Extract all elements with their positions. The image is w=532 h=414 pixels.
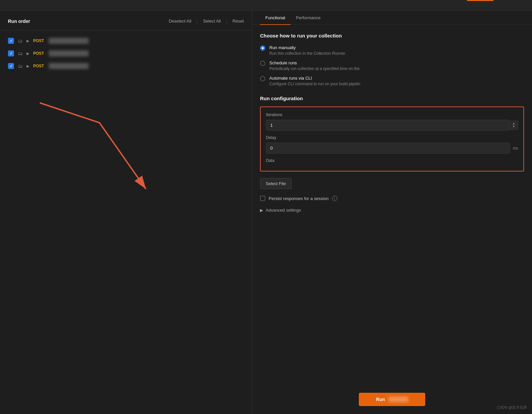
check-icon-2: ✓: [10, 51, 13, 56]
delay-input-row: ms: [266, 143, 518, 154]
list-item: ✓ 🗂 ▶ POST: [8, 36, 244, 46]
radio-label-cli: Automate runs via CLI Configure CLI comm…: [269, 76, 360, 86]
request-name-3: [49, 63, 89, 69]
select-all-button[interactable]: Select All: [203, 17, 221, 25]
persist-row: Persist responses for a session i: [260, 196, 524, 201]
persist-checkbox[interactable]: [260, 196, 265, 201]
data-section-label: Data: [266, 158, 518, 163]
checkbox-3[interactable]: ✓: [8, 63, 14, 69]
spinner-down-icon: ▼: [512, 125, 515, 128]
divider-2: |: [226, 19, 227, 24]
iterations-field: Iterations ▲ ▼: [266, 112, 518, 131]
radio-run-manually[interactable]: Run manually Run this collection in the …: [260, 45, 524, 56]
arrow-area: [0, 76, 252, 414]
chevron-right-icon-1: ▶: [27, 39, 29, 43]
active-tab-indicator: [467, 0, 494, 1]
radio-label-manually: Run manually Run this collection in the …: [269, 45, 346, 56]
radio-title-manually: Run manually: [269, 45, 346, 50]
radio-circle-manually: [260, 45, 265, 51]
check-icon-1: ✓: [10, 39, 13, 43]
delay-label: Delay: [266, 135, 518, 140]
info-icon[interactable]: i: [332, 196, 337, 201]
left-panel: Run order Deselect All | Select All | Re…: [0, 11, 252, 414]
run-button[interactable]: Run: [359, 393, 425, 406]
checkbox-2[interactable]: ✓: [8, 50, 14, 56]
tab-functional[interactable]: Functional: [260, 11, 291, 25]
folder-icon-2: 🗂: [18, 51, 23, 56]
radio-circle-schedule: [260, 61, 265, 66]
spinner-up-icon: ▲: [512, 122, 515, 125]
delay-input[interactable]: [266, 143, 510, 154]
advanced-settings-label: Advanced settings: [266, 208, 301, 213]
radio-desc-schedule: Periodically run collection at a specifi…: [269, 66, 360, 71]
header-actions: Deselect All | Select All | Reset: [169, 17, 244, 25]
run-order-header: Run order Deselect All | Select All | Re…: [0, 11, 252, 31]
radio-label-schedule: Schedule runs Periodically run collectio…: [269, 60, 360, 71]
ms-unit-label: ms: [513, 146, 518, 151]
top-bar: [0, 0, 532, 11]
method-badge-1: POST: [33, 38, 45, 43]
radio-title-cli: Automate runs via CLI: [269, 76, 360, 81]
radio-group: Run manually Run this collection in the …: [260, 45, 524, 86]
main-container: Run order Deselect All | Select All | Re…: [0, 11, 532, 414]
right-content: Choose how to run your collection Run ma…: [252, 25, 532, 393]
select-file-button[interactable]: Select File: [260, 178, 292, 189]
method-badge-2: POST: [33, 51, 45, 56]
config-box: Iterations ▲ ▼ Delay ms: [260, 106, 524, 172]
annotation-arrow: [33, 96, 172, 202]
run-order-title: Run order: [8, 19, 169, 24]
run-button-label: Run: [376, 397, 385, 402]
run-btn-collection-name: [388, 397, 408, 402]
check-icon-3: ✓: [10, 64, 13, 68]
request-name-2: [49, 50, 89, 56]
persist-label: Persist responses for a session: [269, 196, 329, 201]
tab-performance[interactable]: Performance: [291, 11, 326, 25]
radio-title-schedule: Schedule runs: [269, 60, 360, 65]
list-item: ✓ 🗂 ▶ POST: [8, 61, 244, 71]
chevron-right-icon-3: ▶: [27, 64, 29, 68]
divider-1: |: [197, 19, 198, 24]
iterations-input-row: ▲ ▼: [266, 120, 518, 131]
radio-automate-cli[interactable]: Automate runs via CLI Configure CLI comm…: [260, 76, 524, 86]
run-config-title: Run configuration: [260, 96, 524, 101]
radio-schedule-runs[interactable]: Schedule runs Periodically run collectio…: [260, 60, 524, 71]
folder-icon-3: 🗂: [18, 63, 23, 69]
method-badge-3: POST: [33, 64, 45, 68]
advanced-settings-row[interactable]: ▶ Advanced settings: [260, 208, 524, 213]
folder-icon-1: 🗂: [18, 38, 23, 43]
run-btn-container: Run: [252, 393, 532, 414]
iterations-label: Iterations: [266, 112, 518, 117]
list-item: ✓ 🗂 ▶ POST: [8, 48, 244, 58]
iterations-input[interactable]: [266, 120, 510, 131]
deselect-all-button[interactable]: Deselect All: [169, 17, 191, 25]
reset-button[interactable]: Reset: [233, 17, 244, 25]
request-list: ✓ 🗂 ▶ POST ✓ 🗂 ▶ POST ✓: [0, 31, 252, 76]
choose-how-title: Choose how to run your collection: [260, 33, 524, 38]
iterations-spinner[interactable]: ▲ ▼: [510, 121, 518, 130]
advanced-chevron-icon: ▶: [260, 208, 263, 213]
chevron-right-icon-2: ▶: [27, 51, 29, 56]
radio-desc-manually: Run this collection in the Collection Ru…: [269, 51, 346, 56]
delay-field: Delay ms: [266, 135, 518, 154]
right-panel: Functional Performance Choose how to run…: [252, 11, 532, 414]
request-name-1: [49, 38, 89, 44]
watermark: CSDN @玄月无弹: [497, 405, 527, 410]
radio-desc-cli: Configure CLI command to run on your bui…: [269, 82, 360, 86]
checkbox-1[interactable]: ✓: [8, 38, 14, 44]
radio-circle-cli: [260, 76, 265, 81]
tab-bar: Functional Performance: [252, 11, 532, 25]
